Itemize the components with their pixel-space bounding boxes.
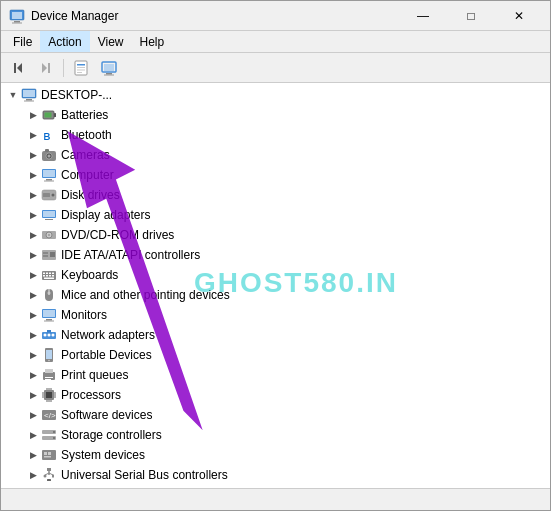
properties-button[interactable]	[68, 56, 94, 80]
item-label: Display adapters	[61, 208, 150, 222]
tree-item[interactable]: ▶IDE ATA/ATAPI controllers	[1, 245, 550, 265]
tree-item[interactable]: ▶Storage controllers	[1, 425, 550, 445]
svg-rect-57	[44, 278, 54, 280]
svg-rect-10	[77, 67, 85, 68]
root-icon	[21, 87, 37, 103]
expand-icon[interactable]: ▶	[25, 107, 41, 123]
menu-file[interactable]: File	[5, 31, 40, 52]
expand-icon[interactable]: ▶	[25, 467, 41, 483]
svg-rect-45	[43, 252, 48, 254]
toolbar-separator-1	[63, 59, 64, 77]
item-label: Portable Devices	[61, 348, 152, 362]
expand-icon[interactable]: ▶	[25, 447, 41, 463]
svg-point-105	[44, 475, 47, 478]
tree-item[interactable]: ▶Network adapters	[1, 325, 550, 345]
expand-icon[interactable]: ▶	[25, 427, 41, 443]
expand-icon[interactable]: ▶	[25, 407, 41, 423]
expand-icon[interactable]: ▶	[25, 207, 41, 223]
item-icon	[41, 207, 57, 223]
expand-icon[interactable]: ▶	[25, 187, 41, 203]
svg-rect-20	[23, 90, 35, 97]
close-button[interactable]: ✕	[496, 4, 542, 28]
expand-icon[interactable]: ▶	[25, 227, 41, 243]
tree-item[interactable]: ▶ʙBluetooth	[1, 125, 550, 145]
svg-rect-106	[52, 475, 54, 478]
svg-rect-98	[44, 452, 47, 455]
tree-item[interactable]: ▶Disk drives	[1, 185, 550, 205]
back-button[interactable]	[5, 56, 31, 80]
tree-view[interactable]: ▼ DESKTOP-... ▶Batteries▶ʙBluetooth▶Came…	[1, 83, 550, 488]
item-icon	[41, 167, 57, 183]
minimize-button[interactable]: —	[400, 4, 446, 28]
svg-rect-51	[49, 273, 51, 275]
expand-icon[interactable]: ▶	[25, 167, 41, 183]
item-label: Software devices	[61, 408, 152, 422]
svg-rect-54	[46, 275, 48, 277]
tree-item[interactable]: ▶</>Software devices	[1, 405, 550, 425]
tree-item[interactable]: ▶Monitors	[1, 305, 550, 325]
tree-item[interactable]: ▶Universal Serial Bus controllers	[1, 465, 550, 485]
svg-rect-64	[44, 321, 54, 322]
svg-rect-21	[26, 99, 32, 101]
expand-icon[interactable]: ▶	[25, 367, 41, 383]
tree-item[interactable]: ▶Processors	[1, 385, 550, 405]
expand-icon[interactable]: ▶	[25, 307, 41, 323]
expand-icon[interactable]: ▶	[25, 327, 41, 343]
svg-marker-4	[17, 63, 22, 73]
maximize-button[interactable]: □	[448, 4, 494, 28]
tree-root[interactable]: ▼ DESKTOP-...	[1, 85, 550, 105]
scan-button[interactable]	[96, 56, 122, 80]
tree-item[interactable]: ▶Print queues	[1, 365, 550, 385]
menu-view[interactable]: View	[90, 31, 132, 52]
item-icon	[41, 147, 57, 163]
svg-rect-15	[106, 73, 112, 75]
menu-help[interactable]: Help	[132, 31, 173, 52]
tree-item[interactable]: ▶Computer	[1, 165, 550, 185]
expand-icon[interactable]: ▶	[25, 387, 41, 403]
svg-point-66	[44, 334, 47, 337]
item-icon	[41, 447, 57, 463]
menu-bar: File Action View Help	[1, 31, 550, 53]
item-label: Monitors	[61, 308, 107, 322]
svg-point-95	[53, 431, 55, 433]
expand-icon[interactable]: ▶	[25, 347, 41, 363]
tree-item[interactable]: ▶Mice and other pointing devices	[1, 285, 550, 305]
svg-rect-14	[104, 64, 114, 71]
tree-item[interactable]: ▶System devices	[1, 445, 550, 465]
tree-item[interactable]: ▶Batteries	[1, 105, 550, 125]
svg-rect-62	[43, 310, 55, 317]
svg-rect-101	[47, 468, 51, 471]
item-icon	[41, 347, 57, 363]
device-manager-window: Device Manager — □ ✕ File Action View He…	[0, 0, 551, 511]
menu-action[interactable]: Action	[40, 31, 89, 52]
svg-point-60	[48, 292, 51, 295]
toolbar	[1, 53, 550, 83]
item-label: Keyboards	[61, 268, 118, 282]
svg-marker-6	[42, 63, 47, 73]
item-label: IDE ATA/ATAPI controllers	[61, 248, 200, 262]
expand-icon[interactable]: ▶	[25, 287, 41, 303]
svg-point-68	[52, 334, 55, 337]
expand-icon[interactable]: ▶	[25, 127, 41, 143]
tree-item[interactable]: ▶Display adapters	[1, 205, 550, 225]
forward-button[interactable]	[33, 56, 59, 80]
svg-rect-78	[46, 392, 52, 398]
item-label: System devices	[61, 448, 145, 462]
tree-item[interactable]: ▶DVD/CD-ROM drives	[1, 225, 550, 245]
item-icon	[41, 367, 57, 383]
svg-point-43	[48, 234, 50, 236]
item-label: DVD/CD-ROM drives	[61, 228, 174, 242]
tree-item[interactable]: ▶Cameras	[1, 145, 550, 165]
svg-point-96	[53, 437, 55, 439]
tree-item[interactable]: ▶Keyboards	[1, 265, 550, 285]
svg-rect-76	[45, 379, 51, 380]
svg-rect-37	[43, 193, 50, 197]
expand-icon[interactable]: ▶	[25, 147, 41, 163]
expand-icon[interactable]: ▶	[25, 247, 41, 263]
root-expand-icon[interactable]: ▼	[5, 87, 21, 103]
item-icon	[41, 187, 57, 203]
tree-item[interactable]: ▶Portable Devices	[1, 345, 550, 365]
svg-text:</>: </>	[44, 411, 56, 420]
item-label: Computer	[61, 168, 114, 182]
expand-icon[interactable]: ▶	[25, 267, 41, 283]
